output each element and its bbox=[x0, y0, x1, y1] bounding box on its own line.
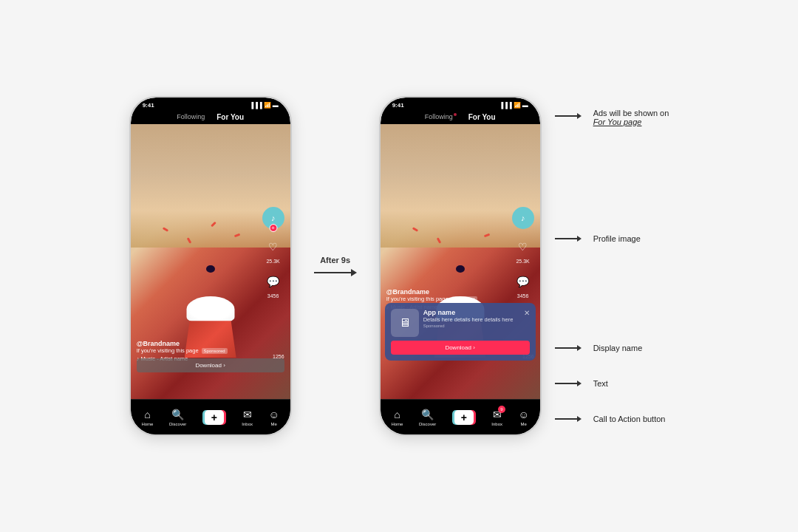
signal-icon-2: ▐▐▐ bbox=[499, 102, 512, 109]
frosting-1 bbox=[186, 296, 234, 322]
tab-for-you-1[interactable]: For You bbox=[216, 113, 244, 121]
comment-count-1: 3456 bbox=[267, 293, 279, 299]
notch-2 bbox=[431, 98, 490, 111]
arrow-label: After 9s bbox=[320, 256, 350, 265]
tiktok-note-icon-2: ♪ bbox=[521, 214, 525, 222]
arrow-head bbox=[351, 269, 357, 276]
spacer-1 bbox=[555, 154, 669, 214]
shaft-profile bbox=[555, 238, 577, 239]
like-icon-1[interactable]: ♡ bbox=[263, 236, 284, 257]
discover-icon-2: 🔍 bbox=[421, 409, 434, 420]
ad-sponsored-label: Sponsored bbox=[423, 324, 519, 328]
head-ads bbox=[577, 113, 582, 119]
like-icon-2[interactable]: ♡ bbox=[513, 236, 533, 257]
nav-create-2[interactable]: + bbox=[452, 409, 476, 426]
action-buttons-2: ♪ ♡ 25.3K 💬 3456 bbox=[512, 207, 534, 299]
bottom-nav-1: ⌂ Home 🔍 Discover + bbox=[131, 399, 290, 434]
ann-text-profile: Profile image bbox=[593, 234, 641, 243]
nav-inbox-2[interactable]: ✉ Inbox 9 bbox=[491, 409, 502, 426]
tab-for-you-2[interactable]: For You bbox=[468, 113, 496, 121]
brand-name-2: @Brandname bbox=[386, 288, 503, 296]
head-cta bbox=[577, 416, 582, 422]
nav-me-1[interactable]: ☺ Me bbox=[269, 409, 279, 426]
annotation-display-name: Display name bbox=[555, 344, 669, 352]
ad-details: Details here details here details here bbox=[423, 316, 519, 324]
download-bar-1: Download › bbox=[137, 358, 284, 372]
shaft-cta bbox=[555, 418, 577, 420]
wifi-icon: 📶 bbox=[264, 102, 271, 109]
nav-home-1[interactable]: ⌂ Home bbox=[141, 409, 153, 426]
nav-create-1[interactable]: + bbox=[202, 409, 226, 426]
like-item-1: ♡ 25.3K bbox=[263, 236, 284, 264]
like-item-2: ♡ 25.3K bbox=[513, 236, 533, 264]
annotation-text: Text bbox=[555, 379, 669, 388]
ad-app-name: App name bbox=[423, 309, 519, 316]
berry-2 bbox=[456, 265, 465, 273]
app-icon-symbol: 🖥 bbox=[399, 316, 411, 330]
ad-download-button[interactable]: Download › bbox=[391, 341, 530, 355]
status-time-1: 9:41 bbox=[143, 102, 154, 109]
like-count-1: 25.3K bbox=[266, 259, 279, 264]
battery-icon-2: ▬ bbox=[522, 102, 528, 109]
after-arrow: After 9s bbox=[314, 256, 357, 276]
nav-inbox-1[interactable]: ✉ Inbox bbox=[242, 409, 253, 426]
home-icon-2: ⌂ bbox=[394, 409, 400, 420]
annotation-cta: Call to Action button bbox=[555, 415, 669, 423]
ann-text-display: Display name bbox=[593, 344, 643, 352]
comment-icon-1[interactable]: 💬 bbox=[263, 271, 284, 292]
arrow-shaft bbox=[314, 272, 351, 273]
ad-close-button[interactable]: ✕ bbox=[524, 309, 530, 317]
shaft-display bbox=[555, 347, 577, 349]
profile-button-2[interactable]: ♪ bbox=[512, 207, 534, 229]
video-area-1: ♪ + ♡ 25.3K 💬 3456 1256 @B bbox=[131, 124, 290, 399]
battery-icon: ▬ bbox=[273, 102, 279, 109]
comment-item-2: 💬 3456 bbox=[513, 271, 533, 299]
inbox-badge-2: 9 bbox=[498, 406, 505, 413]
follow-badge-1: + bbox=[269, 224, 277, 232]
phone-before: 9:41 ▐▐▐ 📶 ▬ Following For You bbox=[129, 96, 292, 436]
bottom-nav-2: ⌂ Home 🔍 Discover + bbox=[381, 399, 540, 434]
annotation-profile: Profile image bbox=[555, 234, 669, 243]
ad-overlay: 🖥 App name Details here details here det… bbox=[385, 303, 536, 361]
annotations-panel: Ads will be shown on For You page Profil… bbox=[555, 109, 669, 423]
nav-tabs-2: Following For You bbox=[381, 110, 540, 124]
me-icon-2: ☺ bbox=[519, 409, 529, 420]
profile-button-1[interactable]: ♪ + bbox=[262, 207, 284, 229]
head-profile bbox=[577, 236, 582, 242]
annotation-arrow-text bbox=[555, 381, 582, 386]
annotation-arrow-ads bbox=[555, 113, 582, 119]
annotation-arrow-display bbox=[555, 345, 582, 351]
nav-discover-2[interactable]: 🔍 Discover bbox=[419, 409, 436, 426]
video-area-2: ♪ ♡ 25.3K 💬 3456 1256 bbox=[381, 124, 540, 399]
tab-following-1[interactable]: Following bbox=[177, 113, 205, 121]
status-icons-1: ▐▐▐ 📶 ▬ bbox=[250, 102, 279, 109]
comment-icon-2[interactable]: 💬 bbox=[513, 271, 533, 292]
status-icons-2: ▐▐▐ 📶 ▬ bbox=[499, 102, 528, 109]
wifi-icon-2: 📶 bbox=[514, 102, 521, 109]
berry-1 bbox=[206, 265, 215, 273]
annotation-arrow-cta bbox=[555, 416, 582, 422]
home-icon-1: ⌂ bbox=[144, 409, 150, 420]
shaft-text bbox=[555, 383, 577, 384]
status-time-2: 9:41 bbox=[392, 102, 404, 109]
download-button-1[interactable]: Download › bbox=[137, 358, 284, 372]
inbox-icon-1: ✉ bbox=[243, 409, 252, 420]
comment-item-1: 💬 3456 bbox=[263, 271, 284, 299]
ann-text-ads-2: For You page bbox=[593, 117, 669, 126]
nav-me-2[interactable]: ☺ Me bbox=[519, 409, 529, 426]
nav-home-2[interactable]: ⌂ Home bbox=[391, 409, 403, 426]
annotation-ads: Ads will be shown on For You page bbox=[555, 109, 669, 126]
action-buttons-1: ♪ + ♡ 25.3K 💬 3456 bbox=[262, 207, 284, 299]
create-plus-2: + bbox=[454, 410, 474, 425]
signal-icon: ▐▐▐ bbox=[250, 102, 262, 109]
create-plus-1: + bbox=[205, 410, 224, 425]
ann-text-ads-1: Ads will be shown on bbox=[593, 109, 669, 117]
head-text bbox=[577, 381, 582, 386]
nav-discover-1[interactable]: 🔍 Discover bbox=[169, 409, 186, 426]
brand-name-1: @Brandname bbox=[137, 340, 253, 347]
comment-count-2: 3456 bbox=[517, 293, 529, 299]
phone-after: 9:41 ▐▐▐ 📶 ▬ Following For You bbox=[379, 96, 542, 436]
tab-following-2[interactable]: Following bbox=[425, 113, 457, 121]
ad-app-icon: 🖥 bbox=[391, 309, 419, 337]
arrow-line bbox=[314, 269, 357, 276]
